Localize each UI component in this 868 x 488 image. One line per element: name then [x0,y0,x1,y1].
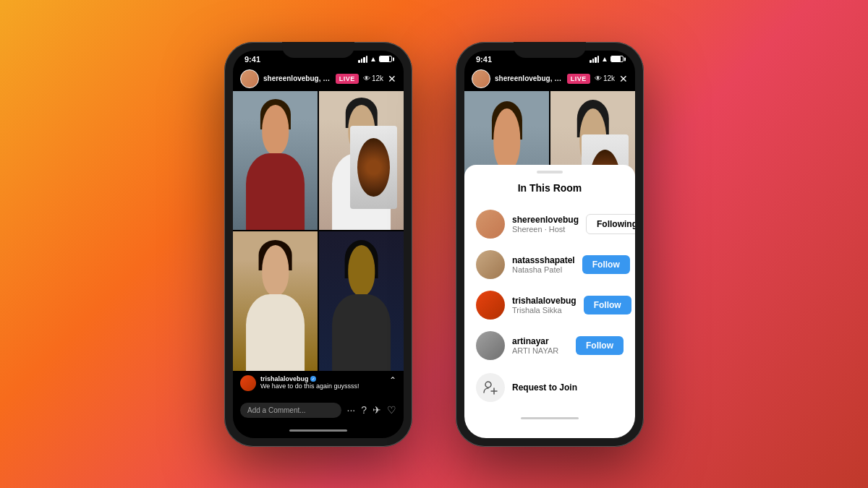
room-realname-natasha: Natasha Patel [512,265,575,274]
battery-icon-left [379,56,392,62]
head-4 [348,245,375,295]
makeup-compact [350,126,396,210]
room-user-row-trishala: trishalalovebugTrishala SikkaFollow [464,285,635,325]
phone-screen-left: 9:41 ▲ shereenlovebug, n [233,51,404,438]
host-avatar-left [240,69,259,88]
video-cell-2 [319,91,404,231]
room-users-list: shereenlovebugShereen · HostFollowingnat… [464,204,635,366]
room-username-shereen: shereenlovebug [512,215,579,225]
home-indicator-left [233,424,404,438]
head-3 [262,245,289,295]
sheet-handle [537,171,563,174]
phone-screen-right: 9:41 ▲ shereenlovebug, n [464,51,635,438]
viewer-count-right: 👁 12k [595,74,615,82]
video-figure-3 [233,231,318,371]
follow-button-arti[interactable]: Follow [576,336,624,355]
signal-icon-right [590,56,599,63]
follow-button-natasha[interactable]: Follow [582,255,630,274]
send-icon[interactable]: ✈ [373,404,381,416]
room-avatar-arti [476,331,505,360]
video-figure-2 [319,91,404,231]
live-header-right: shereenlovebug, n... LIVE 👁 12k ✕ [464,67,635,91]
close-button-left[interactable]: ✕ [388,73,396,85]
request-to-join-row[interactable]: Request to Join [464,366,635,409]
viewer-number-right: 12k [603,74,615,82]
home-bar-right [521,417,579,419]
head-r1 [493,108,520,171]
input-bar: Add a Comment... ··· ? ✈ ♡ [233,398,404,424]
notch-right [514,42,586,58]
video-cell-1 [233,91,318,231]
room-realname-arti: ARTI NAYAR [512,346,569,355]
svg-point-0 [485,382,491,388]
phone-left: 9:41 ▲ shereenlovebug, n [224,42,412,447]
home-indicator-right [464,409,635,424]
viewer-number-left: 12k [372,74,383,82]
signal-icon-left [358,56,367,63]
video-cell-4 [319,231,404,371]
room-username-trishala: trishalalovebug [512,296,576,306]
video-figure-4 [319,231,404,371]
room-avatar-trishala [476,291,505,320]
room-user-info-trishala: trishalalovebugTrishala Sikka [512,296,576,314]
room-user-info-arti: artinayarARTI NAYAR [512,336,569,355]
heart-icon[interactable]: ♡ [387,404,396,416]
room-username-natasha: natassshapatel [512,255,575,265]
body-3 [246,294,305,371]
comment-section: trishalalovebug ✓ We have to do this aga… [233,371,404,398]
home-bar-left [289,429,347,432]
room-user-row-natasha: natassshapatelNatasha PatelFollow [464,244,635,285]
room-user-info-shereen: shereenlovebugShereen · Host [512,215,579,234]
follow-button-trishala[interactable]: Follow [584,296,631,314]
room-username-arti: artinayar [512,336,569,346]
body-4 [332,294,391,371]
header-username-left[interactable]: shereenlovebug, n... [263,74,331,82]
live-badge-right: LIVE [567,74,590,84]
eye-icon-left: 👁 [363,74,370,82]
status-time-left: 9:41 [244,55,260,64]
notch-left [282,42,354,58]
comment-content: trishalalovebug ✓ We have to do this aga… [260,375,385,390]
viewer-count-left: 👁 12k [363,74,383,82]
request-join-icon [476,373,505,402]
host-avatar-right [472,69,490,88]
video-grid-left [233,91,404,371]
status-time-right: 9:41 [476,55,492,64]
header-username-right[interactable]: shereenlovebug, n... [495,74,563,82]
room-avatar-shereen [476,210,505,239]
head-1 [262,105,289,155]
question-icon[interactable]: ? [361,404,367,416]
live-header-left: shereenlovebug, n... LIVE 👁 12k ✕ [233,67,404,91]
status-icons-left: ▲ [358,55,392,63]
eye-icon-right: 👁 [595,74,602,82]
follow-button-shereen[interactable]: Following [586,214,635,234]
video-cell-3 [233,231,318,371]
input-actions: ··· ? ✈ ♡ [347,404,396,416]
status-icons-right: ▲ [590,55,624,63]
makeup-pan [357,138,390,197]
body-1 [246,153,305,230]
commenter-avatar [240,375,256,391]
room-avatar-natasha [476,250,505,279]
request-to-join-label[interactable]: Request to Join [512,382,577,393]
battery-icon-right [610,56,624,62]
comment-text: We have to do this again guyssss! [260,382,385,390]
verified-icon: ✓ [310,376,316,382]
sheet-title: In This Room [464,182,635,194]
comment-input[interactable]: Add a Comment... [240,403,341,418]
room-user-info-natasha: natassshapatelNatasha Patel [512,255,575,274]
comment-row: trishalalovebug ✓ We have to do this aga… [240,375,396,391]
live-badge-left: LIVE [336,74,359,84]
more-options-icon[interactable]: ··· [347,404,356,416]
expand-comments-icon[interactable]: ⌃ [389,375,396,385]
room-user-row-shereen: shereenlovebugShereen · HostFollowing [464,204,635,244]
video-figure-1 [233,91,318,231]
room-user-row-arti: artinayarARTI NAYARFollow [464,325,635,366]
room-realname-shereen: Shereen · Host [512,225,579,234]
wifi-icon-left: ▲ [370,55,377,63]
bottom-sheet: In This Room shereenlovebugShereen · Hos… [464,165,635,438]
wifi-icon-right: ▲ [601,55,608,63]
close-button-right[interactable]: ✕ [619,73,628,85]
phone-right: 9:41 ▲ shereenlovebug, n [456,42,644,447]
commenter-username: trishalalovebug ✓ [260,375,385,382]
